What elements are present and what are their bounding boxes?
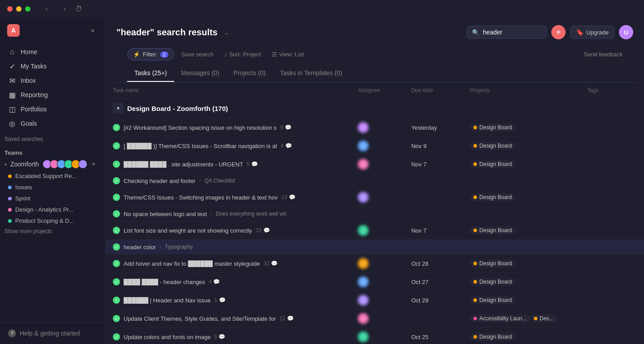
results-table: Task name Assignee Due date Projects Tag…: [106, 83, 644, 344]
project-item-sprint[interactable]: Sprint: [4, 193, 102, 204]
task-complete-icon[interactable]: ✓: [113, 177, 120, 184]
add-team-btn[interactable]: +: [89, 160, 98, 169]
team-name: Zoomforth: [10, 161, 39, 168]
add-btn[interactable]: +: [551, 25, 566, 39]
header-title-row: "header" search results ⌄: [116, 27, 232, 38]
search-input[interactable]: [483, 29, 528, 36]
close-window-btn[interactable]: [7, 6, 13, 12]
filter-icon: ⚡: [133, 51, 140, 58]
task-complete-icon[interactable]: ✓: [113, 161, 120, 168]
project-tag: Design Board: [470, 296, 515, 304]
project-item-issues[interactable]: Issues: [4, 182, 102, 193]
project-item-design-analytics[interactable]: Design - Analytics Pr...: [4, 204, 102, 215]
view-btn[interactable]: ☰ View: List: [268, 49, 307, 60]
task-complete-icon[interactable]: ✓: [113, 142, 120, 149]
maximize-window-btn[interactable]: [25, 6, 30, 12]
tags-cell: [580, 188, 644, 207]
project-tag: Design Board: [470, 259, 515, 268]
table-row[interactable]: ✓Add hover and nav fix to ██████ master …: [106, 255, 644, 273]
header-menu-btn[interactable]: ⌄: [221, 27, 232, 38]
project-dot: [8, 174, 12, 178]
table-row[interactable]: ✓████ ████ - header changes4 💬UOct 27Des…: [106, 273, 644, 291]
projects-cell: [463, 174, 580, 188]
group-toggle-btn[interactable]: ▾: [113, 103, 124, 114]
assignee-cell: U: [351, 310, 404, 328]
upgrade-icon: 🔖: [576, 29, 584, 36]
task-complete-icon[interactable]: ✓: [113, 194, 120, 201]
sidebar-item-goals[interactable]: ◎ Goals: [4, 116, 102, 131]
sidebar-collapse-btn[interactable]: ≡: [87, 25, 98, 36]
task-complete-icon[interactable]: ✓: [113, 227, 120, 234]
tab-templates[interactable]: Tasks in Templates (0): [273, 65, 349, 82]
project-label: Escalated Support Re...: [15, 173, 77, 179]
table-row[interactable]: ✓[ ██████ )] Theme/CSS Issues - Scrollba…: [106, 137, 644, 155]
app-container: A ≡ ⌂ Home ✓ My Tasks ✉ Inbox ▦ Reportin…: [0, 0, 644, 344]
table-row[interactable]: ✓██████ ████ . site adjustments - URGENT…: [106, 155, 644, 174]
team-chevron-icon: ▾: [4, 162, 7, 167]
project-tag-2: Des...: [530, 314, 557, 323]
task-complete-icon[interactable]: ✓: [113, 315, 120, 322]
sidebar-item-label-reporting: Reporting: [21, 91, 48, 98]
task-link[interactable]: Does everything work well wh: [216, 211, 287, 217]
sidebar-item-my-tasks[interactable]: ✓ My Tasks: [4, 59, 102, 73]
sort-icon: ↕: [224, 51, 228, 58]
upgrade-btn[interactable]: 🔖 Upgrade: [570, 25, 614, 39]
view-icon: ☰: [272, 51, 277, 58]
assignee-avatar: U: [358, 295, 369, 306]
project-item-escalated[interactable]: Escalated Support Re...: [4, 170, 102, 182]
tags-cell: [580, 240, 644, 255]
table-row[interactable]: ✓[#2 Workaround] Section spacing issue o…: [106, 119, 644, 137]
send-feedback-btn[interactable]: Send feedback: [584, 51, 623, 58]
table-row[interactable]: ✓Theme/CSS Issues - Switching images in …: [106, 188, 644, 207]
sidebar-item-portfolios[interactable]: ◫ Portfolios: [4, 102, 102, 116]
task-name-text: Update colors and fonts on image: [124, 334, 210, 340]
project-item-product-scoping[interactable]: Product Scoping & D...: [4, 215, 102, 226]
table-row[interactable]: ✓List font size and weight are not showi…: [106, 221, 644, 240]
teams-label: Teams: [4, 149, 22, 156]
due-date-cell: Oct 27: [404, 273, 463, 291]
table-row[interactable]: ✓No space between logo and text ‹ Does e…: [106, 207, 644, 221]
reporting-icon: ▦: [8, 91, 16, 99]
due-date-cell: Yesterday: [404, 119, 463, 137]
table-row[interactable]: ✓Update colors and fonts on image5 💬UOct…: [106, 328, 644, 344]
show-more-projects[interactable]: Show more projects: [0, 226, 105, 236]
due-date-cell: [404, 240, 463, 255]
team-item-zoomforth[interactable]: ▾ Zoomforth +: [0, 158, 105, 170]
tab-projects[interactable]: Projects (0): [227, 65, 273, 82]
tab-tasks[interactable]: Tasks (25+): [127, 65, 174, 82]
user-avatar[interactable]: U: [619, 25, 633, 39]
task-complete-icon[interactable]: ✓: [113, 124, 120, 131]
forward-btn[interactable]: ›: [59, 4, 70, 14]
tab-messages[interactable]: Messages (0): [174, 65, 227, 82]
back-btn[interactable]: ‹: [41, 4, 52, 14]
task-complete-icon[interactable]: ✓: [113, 210, 120, 217]
task-complete-icon[interactable]: ✓: [113, 243, 120, 251]
task-link-sep: ‹: [199, 178, 201, 184]
task-link[interactable]: Typography: [165, 244, 193, 250]
col-due-date: Due date: [404, 83, 463, 98]
search-box[interactable]: 🔍: [466, 25, 547, 39]
task-complete-icon[interactable]: ✓: [113, 260, 120, 267]
task-complete-icon[interactable]: ✓: [113, 333, 120, 340]
tags-cell: [580, 155, 644, 174]
minimize-window-btn[interactable]: [16, 6, 21, 12]
search-icon: 🔍: [472, 29, 479, 36]
assignee-avatar: U: [358, 159, 369, 170]
task-complete-icon[interactable]: ✓: [113, 297, 120, 304]
help-item[interactable]: ? Help & getting started: [4, 326, 102, 340]
sidebar-item-home[interactable]: ⌂ Home: [4, 45, 102, 59]
filter-btn[interactable]: ⚡ Filter: 2: [127, 48, 174, 60]
table-row[interactable]: ✓Update Client Themes, Style Guides, and…: [106, 310, 644, 328]
table-row[interactable]: ✓Checking header and footer ‹ QA Checkli…: [106, 174, 644, 188]
task-complete-icon[interactable]: ✓: [113, 278, 120, 285]
upgrade-label: Upgrade: [586, 29, 609, 36]
sort-btn[interactable]: ↕ Sort: Project: [221, 49, 265, 60]
table-row[interactable]: ✓██████ | Header and Nav issue1 💬UOct 29…: [106, 291, 644, 310]
sidebar-item-inbox[interactable]: ✉ Inbox: [4, 73, 102, 88]
tags-cell: [580, 291, 644, 310]
sidebar-item-label-goals: Goals: [21, 120, 37, 127]
table-row[interactable]: ✓header color ‹ Typography: [106, 240, 644, 255]
sidebar-item-reporting[interactable]: ▦ Reporting: [4, 88, 102, 102]
task-link[interactable]: QA Checklist: [204, 178, 235, 184]
save-search-btn[interactable]: Save search: [178, 49, 217, 60]
